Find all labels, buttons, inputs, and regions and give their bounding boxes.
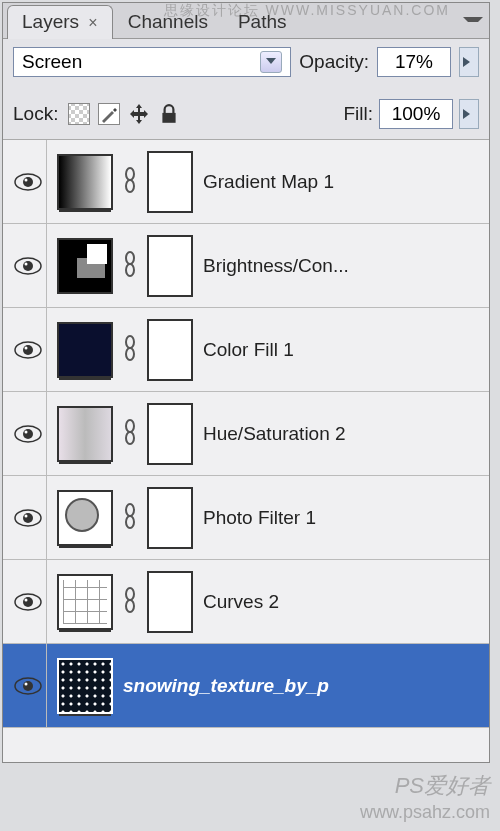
svg-point-12 xyxy=(23,345,33,355)
svg-point-32 xyxy=(23,681,33,691)
layer-row[interactable]: Curves 2 xyxy=(3,560,489,644)
svg-point-2 xyxy=(23,177,33,187)
layer-row[interactable]: Color Fill 1 xyxy=(3,308,489,392)
watermark-logo: PS爱好者 xyxy=(395,771,490,801)
opacity-label: Opacity: xyxy=(299,51,369,73)
svg-point-9 xyxy=(126,252,134,264)
layer-mask-thumbnail[interactable] xyxy=(147,487,193,549)
eye-icon xyxy=(14,257,42,275)
fill-slider-button[interactable] xyxy=(459,99,479,129)
blend-mode-value: Screen xyxy=(22,51,82,73)
svg-point-25 xyxy=(126,516,134,528)
layer-name-label[interactable]: Photo Filter 1 xyxy=(203,507,316,529)
tab-layers[interactable]: Layers × xyxy=(7,5,113,39)
tab-paths[interactable]: Paths xyxy=(223,5,302,39)
link-icon xyxy=(123,586,137,618)
svg-point-5 xyxy=(126,180,134,192)
link-icon xyxy=(123,334,137,366)
layers-list[interactable]: Gradient Map 1Brightness/Con...Color Fil… xyxy=(3,140,489,762)
layer-thumbnail[interactable] xyxy=(57,154,113,210)
svg-point-28 xyxy=(24,598,27,601)
layer-mask-thumbnail[interactable] xyxy=(147,319,193,381)
svg-point-23 xyxy=(24,514,27,517)
panel-menu-button[interactable] xyxy=(461,14,485,28)
svg-point-3 xyxy=(24,178,27,181)
link-icon xyxy=(123,250,137,282)
lock-label: Lock: xyxy=(13,103,58,125)
tab-layers-label: Layers xyxy=(22,11,79,32)
layer-row[interactable]: Hue/Saturation 2 xyxy=(3,392,489,476)
svg-point-18 xyxy=(24,430,27,433)
layer-name-label[interactable]: snowing_texture_by_p xyxy=(123,675,329,697)
fill-input[interactable]: 100% xyxy=(379,99,453,129)
opacity-input[interactable]: 17% xyxy=(377,47,451,77)
visibility-toggle[interactable] xyxy=(9,476,47,559)
layer-name-label[interactable]: Brightness/Con... xyxy=(203,255,349,277)
visibility-toggle[interactable] xyxy=(9,392,47,475)
layer-row[interactable]: Gradient Map 1 xyxy=(3,140,489,224)
eye-icon xyxy=(14,593,42,611)
layer-name-label[interactable]: Hue/Saturation 2 xyxy=(203,423,346,445)
link-icon xyxy=(123,502,137,534)
layer-mask-thumbnail[interactable] xyxy=(147,403,193,465)
lock-transparency-icon[interactable] xyxy=(68,103,90,125)
link-icon xyxy=(123,166,137,198)
lock-all-icon[interactable] xyxy=(158,103,180,125)
visibility-toggle[interactable] xyxy=(9,308,47,391)
svg-point-7 xyxy=(23,261,33,271)
chevron-down-icon xyxy=(260,51,282,73)
eye-icon xyxy=(14,425,42,443)
layer-thumbnail[interactable] xyxy=(57,658,113,714)
svg-point-24 xyxy=(126,504,134,516)
svg-point-30 xyxy=(126,600,134,612)
layer-thumbnail[interactable] xyxy=(57,238,113,294)
svg-point-33 xyxy=(24,682,27,685)
layer-mask-thumbnail[interactable] xyxy=(147,571,193,633)
layer-name-label[interactable]: Gradient Map 1 xyxy=(203,171,334,193)
tab-channels[interactable]: Channels xyxy=(113,5,223,39)
layer-name-label[interactable]: Curves 2 xyxy=(203,591,279,613)
layers-panel: Layers × Channels Paths Screen Opacity: … xyxy=(2,2,490,763)
watermark-url: www.psahz.com xyxy=(360,802,490,823)
svg-point-14 xyxy=(126,336,134,348)
tab-close-icon[interactable]: × xyxy=(88,14,97,31)
blend-mode-select[interactable]: Screen xyxy=(13,47,291,77)
layer-thumbnail[interactable] xyxy=(57,406,113,462)
fill-label: Fill: xyxy=(343,103,373,125)
link-icon xyxy=(123,418,137,450)
visibility-toggle[interactable] xyxy=(9,140,47,223)
visibility-toggle[interactable] xyxy=(9,560,47,643)
svg-point-8 xyxy=(24,262,27,265)
visibility-toggle[interactable] xyxy=(9,644,47,727)
layer-name-label[interactable]: Color Fill 1 xyxy=(203,339,294,361)
layer-thumbnail[interactable] xyxy=(57,322,113,378)
svg-point-19 xyxy=(126,420,134,432)
opacity-slider-button[interactable] xyxy=(459,47,479,77)
eye-icon xyxy=(14,341,42,359)
svg-point-20 xyxy=(126,432,134,444)
layer-row[interactable]: Photo Filter 1 xyxy=(3,476,489,560)
layer-thumbnail[interactable] xyxy=(57,574,113,630)
eye-icon xyxy=(14,173,42,191)
svg-point-15 xyxy=(126,348,134,360)
eye-icon xyxy=(14,677,42,695)
layer-mask-thumbnail[interactable] xyxy=(147,235,193,297)
svg-point-17 xyxy=(23,429,33,439)
svg-point-27 xyxy=(23,597,33,607)
layer-mask-thumbnail[interactable] xyxy=(147,151,193,213)
layer-row[interactable]: Brightness/Con... xyxy=(3,224,489,308)
layer-controls: Screen Opacity: 17% Lock: xyxy=(3,39,489,140)
svg-point-10 xyxy=(126,264,134,276)
layer-thumbnail[interactable] xyxy=(57,490,113,546)
visibility-toggle[interactable] xyxy=(9,224,47,307)
eye-icon xyxy=(14,509,42,527)
svg-rect-0 xyxy=(163,113,176,123)
svg-point-29 xyxy=(126,588,134,600)
lock-position-icon[interactable] xyxy=(128,103,150,125)
layer-row[interactable]: snowing_texture_by_p xyxy=(3,644,489,728)
svg-point-22 xyxy=(23,513,33,523)
svg-point-4 xyxy=(126,168,134,180)
svg-point-13 xyxy=(24,346,27,349)
lock-pixels-icon[interactable] xyxy=(98,103,120,125)
